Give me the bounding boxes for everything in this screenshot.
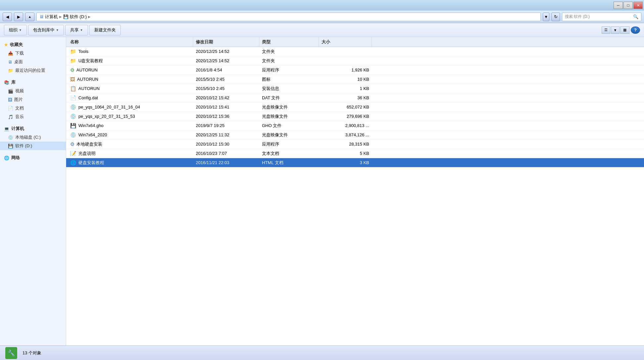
column-header-type[interactable]: 类型: [259, 37, 319, 47]
statusbar: 🔧 13 个对象: [0, 345, 644, 360]
share-button[interactable]: 共享 ▼: [65, 25, 88, 35]
path-drive[interactable]: 软件 (D:): [70, 14, 87, 20]
sidebar-header-computer[interactable]: 💻 计算机: [0, 124, 66, 133]
table-row[interactable]: 📝 光盘说明 2016/10/23 7:07 文本文档 5 KB: [66, 149, 644, 158]
library-icon: 📚: [4, 80, 9, 85]
sidebar-item-recent[interactable]: 📁 最近访问的位置: [0, 66, 66, 75]
file-icon: 💾: [70, 123, 76, 129]
file-name: AUTORUN: [76, 68, 98, 72]
table-row[interactable]: 📋 AUTORUN 2015/5/10 2:45 安装信息 1 KB: [66, 84, 644, 93]
file-type-cell: 应用程序: [259, 141, 319, 147]
file-list: 📁 Tools 2020/12/25 14:52 文件夹 📁 U盘安装教程 20…: [66, 47, 644, 345]
file-icon: ⚙: [70, 67, 74, 73]
organize-label: 组织: [9, 27, 18, 33]
file-date-cell: 2016/11/21 22:03: [193, 160, 259, 165]
table-row[interactable]: 🖼 AUTORUN 2015/5/10 2:45 图标 10 KB: [66, 75, 644, 84]
sidebar-header-network[interactable]: 🌐 网络: [0, 154, 66, 162]
titlebar-buttons: ─ □ ✕: [614, 2, 643, 9]
sidebar-item-desktop[interactable]: 🖥 桌面: [0, 58, 66, 66]
table-row[interactable]: ⚙ AUTORUN 2016/1/8 4:54 应用程序 1,926 KB: [66, 66, 644, 75]
file-type-cell: 光盘映像文件: [259, 132, 319, 138]
file-name-cell: 🌐 硬盘安装教程: [67, 160, 193, 166]
view-mode-button[interactable]: ☰: [602, 26, 610, 34]
forward-button[interactable]: ▶: [14, 13, 23, 21]
main-layout: ★ 收藏夹 📥 下载 🖥 桌面 📁 最近访问的位置 📚 库: [0, 37, 644, 345]
file-size-cell: 652,072 KB: [319, 105, 372, 110]
path-dropdown-button[interactable]: ▼: [543, 13, 549, 21]
path-sep1: ▶: [59, 15, 62, 19]
file-date-cell: 2020/10/12 15:30: [193, 142, 259, 147]
sidebar-item-video[interactable]: 🎬 视频: [0, 87, 66, 95]
file-name-cell: 💿 pe_yqs_1064_20_07_31_16_04: [67, 104, 193, 110]
library-arrow: ▼: [56, 28, 59, 32]
file-size-cell: 36 KB: [319, 95, 372, 100]
file-name-cell: 🖼 AUTORUN: [67, 76, 193, 82]
sidebar-header-library[interactable]: 📚 库: [0, 78, 66, 87]
sidebar-section-computer: 💻 计算机 💿 本地磁盘 (C:) 💾 软件 (D:): [0, 124, 66, 150]
file-name: 硬盘安装教程: [78, 160, 104, 166]
table-row[interactable]: 📁 Tools 2020/12/25 14:52 文件夹: [66, 47, 644, 56]
favorites-label: 收藏夹: [10, 42, 23, 48]
table-row[interactable]: ⚙ 本地硬盘安装 2020/10/12 15:30 应用程序 28,315 KB: [66, 140, 644, 149]
column-header-name[interactable]: 名称: [67, 37, 193, 47]
file-name-cell: 📄 Config.dat: [67, 95, 193, 101]
file-name: U盘安装教程: [78, 58, 103, 64]
view-dropdown-button[interactable]: ▼: [611, 26, 620, 34]
search-box[interactable]: 搜索 软件 (D:) 🔍: [562, 13, 641, 21]
disk-icon: 💾: [63, 14, 68, 19]
documents-icon: 📄: [8, 106, 13, 111]
close-button[interactable]: ✕: [633, 2, 643, 9]
drive-c-label: 本地磁盘 (C:): [15, 134, 41, 140]
address-path[interactable]: 🖥 计算机 ▶ 💾 软件 (D:) ▶: [36, 13, 541, 21]
file-name: AUTORUN: [77, 77, 98, 82]
table-row[interactable]: 📁 U盘安装教程 2020/12/25 14:52 文件夹: [66, 56, 644, 66]
sidebar-item-music[interactable]: 🎵 音乐: [0, 112, 66, 121]
file-type-cell: DAT 文件: [259, 95, 319, 101]
music-icon: 🎵: [8, 114, 13, 119]
table-row[interactable]: 🌐 硬盘安装教程 2016/11/21 22:03 HTML 文档 3 KB: [66, 158, 644, 167]
sidebar-item-drive-d[interactable]: 💾 软件 (D:): [0, 142, 66, 150]
table-row[interactable]: 💿 pe_yqs_1064_20_07_31_16_04 2020/10/12 …: [66, 103, 644, 112]
sidebar-section-library: 📚 库 🎬 视频 🖼 图片 📄 文档 🎵 音乐: [0, 78, 66, 121]
file-size-cell: 1 KB: [319, 86, 372, 91]
new-folder-button[interactable]: 新建文件夹: [89, 25, 121, 35]
file-date-cell: 2016/1/8 4:54: [193, 68, 259, 72]
organize-button[interactable]: 组织 ▼: [4, 25, 27, 35]
table-row[interactable]: 💿 Win7x64_2020 2020/12/25 11:32 光盘映像文件 3…: [66, 130, 644, 140]
file-name-cell: 📁 Tools: [67, 49, 193, 55]
minimize-button[interactable]: ─: [614, 2, 623, 9]
sidebar-header-favorites[interactable]: ★ 收藏夹: [0, 40, 66, 49]
include-in-library-button[interactable]: 包含到库中 ▼: [28, 25, 64, 35]
file-icon: 📝: [70, 151, 76, 157]
sidebar-item-documents[interactable]: 📄 文档: [0, 104, 66, 112]
maximize-button[interactable]: □: [623, 2, 633, 9]
refresh-button[interactable]: ↻: [551, 13, 560, 21]
up-button[interactable]: ▲: [25, 13, 34, 21]
file-size-cell: 28,315 KB: [319, 142, 372, 147]
table-row[interactable]: 💿 pe_yqs_xp_20_07_31_15_53 2020/10/12 15…: [66, 112, 644, 121]
file-name-cell: 📋 AUTORUN: [67, 86, 193, 92]
sidebar-item-download[interactable]: 📥 下载: [0, 49, 66, 58]
help-button[interactable]: ?: [631, 26, 640, 34]
file-type-cell: 光盘映像文件: [259, 113, 319, 119]
file-name-cell: 📝 光盘说明: [67, 151, 193, 157]
column-header-date[interactable]: 修改日期: [193, 37, 259, 47]
file-date-cell: 2020/10/12 15:36: [193, 114, 259, 119]
table-row[interactable]: 📄 Config.dat 2020/10/12 15:42 DAT 文件 36 …: [66, 93, 644, 103]
preview-button[interactable]: ▦: [620, 26, 629, 34]
path-computer[interactable]: 计算机: [45, 14, 58, 20]
pictures-label: 图片: [14, 97, 23, 103]
sidebar-item-drive-c[interactable]: 💿 本地磁盘 (C:): [0, 133, 66, 142]
search-placeholder: 搜索 软件 (D:): [565, 14, 590, 20]
file-type-cell: HTML 文档: [259, 160, 319, 166]
sidebar-item-pictures[interactable]: 🖼 图片: [0, 95, 66, 104]
back-button[interactable]: ◀: [3, 13, 12, 21]
file-icon: 📁: [70, 58, 76, 64]
file-icon: 📋: [70, 86, 76, 92]
status-app-icon: 🔧: [5, 347, 17, 359]
file-name: Config.dat: [78, 95, 98, 100]
table-row[interactable]: 💾 Win7x64.gho 2019/9/7 19:25 GHO 文件 2,90…: [66, 121, 644, 130]
column-header-size[interactable]: 大小: [319, 37, 372, 47]
star-icon: ★: [4, 42, 8, 47]
file-name-cell: 💿 Win7x64_2020: [67, 132, 193, 138]
